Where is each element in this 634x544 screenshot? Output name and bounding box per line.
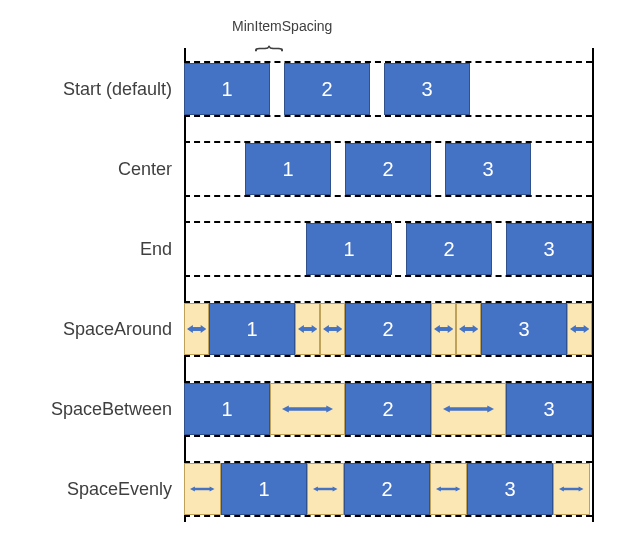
layout-item: 2 [406,223,492,275]
space-slot-half [431,303,456,355]
space-slot [431,383,506,435]
layout-item: 3 [481,303,567,355]
svg-marker-11 [447,325,453,333]
layout-item: 2 [345,383,431,435]
row-track: 1 2 3 [184,381,592,437]
layout-item: 2 [284,63,370,115]
row-start: Start (default) 1 2 3 [14,50,620,128]
svg-marker-28 [313,487,318,492]
space-slot-half [184,303,209,355]
row-center: Center 1 2 3 [14,130,620,208]
svg-marker-8 [336,325,342,333]
vertical-rail-right [592,48,594,522]
row-track: 1 2 3 [184,61,592,117]
svg-marker-19 [282,406,289,413]
space-slot [553,463,590,515]
layout-item: 3 [506,383,592,435]
row-spaceevenly: SpaceEvenly 1 2 3 [14,450,620,528]
svg-marker-14 [472,325,478,333]
svg-marker-26 [210,487,215,492]
row-label: SpaceAround [14,319,184,340]
space-slot-half [320,303,345,355]
layout-justify-diagram: MinItemSpacing } Start (default) 1 2 3 C… [14,20,620,528]
svg-marker-4 [298,325,304,333]
space-slot-half [295,303,320,355]
row-spacearound: SpaceAround 1 2 3 [14,290,620,368]
svg-marker-17 [583,325,589,333]
diagram-rows: Start (default) 1 2 3 Center 1 2 3 End [14,20,620,528]
row-label: End [14,239,184,260]
svg-marker-22 [443,406,450,413]
svg-marker-20 [326,406,333,413]
row-spacebetween: SpaceBetween 1 2 3 [14,370,620,448]
row-track: 1 2 3 [184,221,592,277]
layout-item: 1 [184,63,270,115]
layout-item: 2 [344,463,430,515]
row-label: SpaceBetween [14,399,184,420]
row-end: End 1 2 3 [14,210,620,288]
space-slot [307,463,344,515]
space-slot-half [456,303,481,355]
row-label: Start (default) [14,79,184,100]
layout-item: 1 [221,463,307,515]
svg-marker-16 [570,325,576,333]
svg-marker-2 [200,325,206,333]
svg-marker-35 [579,487,584,492]
layout-item: 3 [384,63,470,115]
svg-marker-25 [190,487,195,492]
svg-marker-32 [456,487,461,492]
space-slot [184,463,221,515]
row-track: 1 2 3 [184,461,592,517]
vertical-rail-left [184,48,186,522]
space-slot-half [567,303,592,355]
layout-item: 1 [306,223,392,275]
layout-item: 3 [506,223,592,275]
layout-item: 3 [445,143,531,195]
row-label: Center [14,159,184,180]
svg-marker-29 [333,487,338,492]
svg-marker-31 [436,487,441,492]
row-track: 1 2 3 [184,301,592,357]
space-slot [270,383,345,435]
svg-marker-23 [487,406,494,413]
layout-item: 1 [184,383,270,435]
svg-marker-1 [187,325,193,333]
row-track: 1 2 3 [184,141,592,197]
svg-marker-13 [459,325,465,333]
row-label: SpaceEvenly [14,479,184,500]
layout-item: 2 [345,303,431,355]
svg-marker-7 [323,325,329,333]
layout-item: 3 [467,463,553,515]
svg-marker-34 [559,487,564,492]
layout-item: 2 [345,143,431,195]
layout-item: 1 [245,143,331,195]
svg-marker-10 [434,325,440,333]
layout-item: 1 [209,303,295,355]
svg-marker-5 [311,325,317,333]
space-slot [430,463,467,515]
